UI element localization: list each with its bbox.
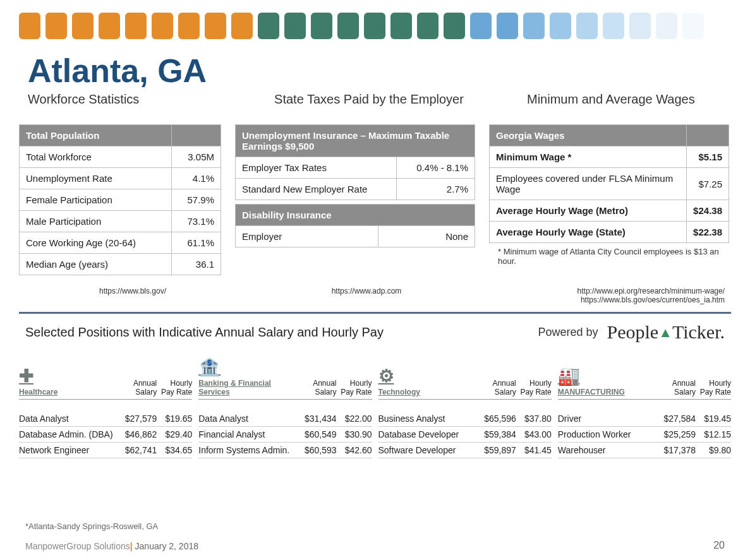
color-chip [550, 13, 571, 39]
col-annual-salary: Annual Salary [121, 379, 157, 396]
sector-name: Technology [378, 388, 420, 396]
position-name: Production Worker [558, 429, 660, 439]
table-row: Female Participation57.9% [20, 189, 221, 211]
position-rate: $30.90 [337, 429, 372, 439]
position-rate: $41.45 [516, 445, 552, 455]
disability-insurance-table: Disability Insurance EmployerNone [235, 204, 475, 247]
position-row: Driver$27,584$19.45 [558, 411, 731, 427]
sector-column: 🏭MANUFACTURINGAnnual SalaryHourly Pay Ra… [558, 357, 731, 458]
row-value: $7.25 [687, 168, 729, 200]
position-rate: $22.00 [337, 414, 372, 424]
sector-label: 🏭MANUFACTURING [558, 366, 660, 396]
di-header: Disability Insurance [236, 205, 475, 226]
positions-heading: Selected Positions with Indicative Annua… [25, 325, 384, 340]
sector-column: 🏦Banking & Financial ServicesAnnual Sala… [198, 357, 372, 458]
col-annual-salary: Annual Salary [301, 379, 337, 396]
position-rate: $34.65 [157, 445, 192, 455]
color-chip [497, 13, 518, 39]
position-row: Database Admin. (DBA)$46,862$29.40 [19, 427, 192, 443]
position-salary: $27,584 [660, 414, 696, 424]
col-hourly-rate: Hourly Pay Rate [696, 379, 731, 396]
position-name: Warehouser [558, 445, 660, 455]
position-rate: $19.45 [696, 414, 731, 424]
sector-name: MANUFACTURING [558, 388, 625, 396]
sector-icon: ✚ [19, 366, 33, 386]
table-row: Core Working Age (20-64)61.1% [20, 232, 221, 254]
sector-label: 🏦Banking & Financial Services [198, 357, 301, 396]
position-rate: $12.15 [696, 429, 731, 439]
color-chip [205, 13, 226, 39]
color-chip [45, 13, 67, 39]
table-row: Employees covered under FLSA Minimum Wag… [490, 168, 729, 200]
workforce-header: Total Population [20, 125, 172, 146]
row-label: Standard New Employer Rate [236, 179, 397, 200]
page-number: 20 [713, 540, 725, 551]
source-adp: https://www.adp.com [240, 287, 493, 304]
sector-header: ⚙TechnologyAnnual SalaryHourly Pay Rate [378, 357, 552, 400]
table-row: Unemployment Rate4.1% [20, 168, 221, 189]
wages-footnote: * Minimum wage of Atlanta City Council e… [489, 243, 729, 266]
row-label: Female Participation [20, 189, 172, 211]
position-row: Data Analyst$31,434$22.00 [198, 411, 372, 427]
position-salary: $27,579 [121, 414, 157, 424]
row-value: 61.1% [171, 232, 221, 254]
position-rate: $43.00 [516, 429, 552, 439]
powered-by-label: Powered by [538, 326, 598, 339]
row-value: 57.9% [171, 189, 221, 211]
row-label: Employees covered under FLSA Minimum Wag… [490, 168, 687, 200]
row-value: $24.38 [687, 200, 729, 222]
position-salary: $46,862 [121, 429, 157, 439]
sector-name: Healthcare [19, 388, 57, 396]
color-chip [444, 13, 465, 39]
position-name: Inform Systems Admin. [198, 445, 301, 455]
position-rate: $19.65 [157, 414, 192, 424]
row-label: Unemployment Rate [20, 168, 172, 189]
position-rate: $37.80 [516, 414, 552, 424]
table-row: Male Participation73.1% [20, 211, 221, 232]
sector-icon: 🏭 [558, 366, 580, 386]
sector-header: 🏭MANUFACTURINGAnnual SalaryHourly Pay Ra… [558, 357, 731, 400]
row-label: Average Hourly Wage (State) [490, 222, 687, 243]
sector-header: 🏦Banking & Financial ServicesAnnual Sala… [198, 357, 372, 400]
table-row: Employer Tax Rates0.4% - 8.1% [236, 157, 475, 179]
row-label: Employer Tax Rates [236, 157, 397, 179]
position-row: Data Analyst$27,579$19.65 [19, 411, 192, 427]
position-name: Database Admin. (DBA) [19, 429, 121, 439]
sector-column: ✚HealthcareAnnual SalaryHourly Pay RateD… [19, 357, 192, 458]
table-row: Median Age (years)36.1 [20, 254, 221, 275]
position-salary: $31,434 [301, 414, 337, 424]
position-salary: $25,259 [660, 429, 696, 439]
color-chip [470, 13, 492, 39]
row-value: 73.1% [171, 211, 221, 232]
table-row: Average Hourly Wage (State)$22.38 [490, 222, 729, 243]
position-row: Financial Analyst$60,549$30.90 [198, 427, 372, 443]
table-row: Total Workforce3.05M [20, 146, 221, 168]
color-chip [390, 13, 412, 39]
color-chip [523, 13, 545, 39]
position-name: Data Analyst [19, 414, 121, 424]
subhead-taxes: State Taxes Paid by the Employer [243, 92, 495, 107]
col-hourly-rate: Hourly Pay Rate [157, 379, 192, 396]
table-row: Minimum Wage *$5.15 [490, 146, 729, 168]
sector-label: ⚙Technology [378, 366, 481, 396]
sector-name: Banking & Financial Services [198, 379, 301, 396]
row-label: Male Participation [20, 211, 172, 232]
footer-brand: ManpowerGroup Solutions [25, 541, 130, 551]
color-chip [178, 13, 200, 39]
source-bls: https://www.bls.gov/ [25, 287, 240, 304]
wages-header: Georgia Wages [490, 125, 687, 146]
subhead-wages: Minimum and Average Wages [495, 92, 722, 107]
page-title: Atlanta, GA [0, 45, 750, 91]
color-chip [682, 13, 704, 39]
position-name: Business Analyst [378, 414, 481, 424]
sectors-grid: ✚HealthcareAnnual SalaryHourly Pay RateD… [0, 345, 750, 458]
color-chip [364, 13, 385, 39]
sector-icon: 🏦 [198, 357, 221, 378]
position-salary: $65,596 [481, 414, 516, 424]
color-chip [99, 13, 120, 39]
color-chip [125, 13, 147, 39]
source-wages: http://www.epi.org/research/minimum-wage… [493, 287, 725, 304]
position-rate: $9.80 [696, 445, 731, 455]
color-chip [337, 13, 359, 39]
color-chip [417, 13, 439, 39]
